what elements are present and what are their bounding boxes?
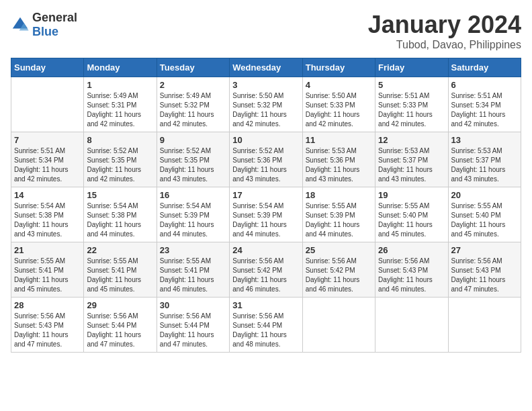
day-info: Sunrise: 5:55 AM Sunset: 5:39 PM Dayligh… bbox=[306, 201, 372, 239]
calendar-cell: 15Sunrise: 5:54 AM Sunset: 5:38 PM Dayli… bbox=[84, 187, 157, 242]
day-info: Sunrise: 5:53 AM Sunset: 5:37 PM Dayligh… bbox=[451, 146, 518, 184]
calendar-cell: 11Sunrise: 5:53 AM Sunset: 5:36 PM Dayli… bbox=[302, 132, 375, 187]
day-number: 26 bbox=[378, 245, 445, 255]
day-number: 11 bbox=[306, 135, 372, 145]
day-info: Sunrise: 5:53 AM Sunset: 5:37 PM Dayligh… bbox=[378, 146, 445, 184]
calendar-cell: 19Sunrise: 5:55 AM Sunset: 5:40 PM Dayli… bbox=[375, 187, 448, 242]
calendar-cell bbox=[302, 298, 375, 353]
day-info: Sunrise: 5:56 AM Sunset: 5:42 PM Dayligh… bbox=[306, 257, 372, 294]
calendar-cell bbox=[11, 77, 84, 132]
day-info: Sunrise: 5:54 AM Sunset: 5:38 PM Dayligh… bbox=[14, 201, 81, 239]
day-number: 17 bbox=[232, 190, 299, 200]
calendar-cell: 24Sunrise: 5:56 AM Sunset: 5:42 PM Dayli… bbox=[230, 242, 302, 298]
calendar-week-4: 21Sunrise: 5:55 AM Sunset: 5:41 PM Dayli… bbox=[11, 242, 521, 298]
day-info: Sunrise: 5:55 AM Sunset: 5:40 PM Dayligh… bbox=[378, 201, 445, 239]
day-info: Sunrise: 5:50 AM Sunset: 5:32 PM Dayligh… bbox=[232, 91, 299, 129]
day-number: 28 bbox=[14, 300, 81, 310]
day-number: 27 bbox=[451, 245, 518, 255]
day-number: 7 bbox=[14, 135, 81, 145]
calendar-cell: 22Sunrise: 5:55 AM Sunset: 5:41 PM Dayli… bbox=[84, 242, 157, 298]
calendar-cell: 16Sunrise: 5:54 AM Sunset: 5:39 PM Dayli… bbox=[157, 187, 229, 242]
calendar-cell: 18Sunrise: 5:55 AM Sunset: 5:39 PM Dayli… bbox=[302, 187, 375, 242]
day-header-friday: Friday bbox=[375, 58, 448, 77]
calendar-cell: 14Sunrise: 5:54 AM Sunset: 5:38 PM Dayli… bbox=[11, 187, 84, 242]
calendar-week-5: 28Sunrise: 5:56 AM Sunset: 5:43 PM Dayli… bbox=[11, 298, 521, 353]
day-number: 3 bbox=[232, 80, 299, 90]
day-header-tuesday: Tuesday bbox=[157, 58, 229, 77]
day-info: Sunrise: 5:49 AM Sunset: 5:32 PM Dayligh… bbox=[160, 91, 226, 129]
day-info: Sunrise: 5:51 AM Sunset: 5:34 PM Dayligh… bbox=[14, 146, 81, 184]
day-info: Sunrise: 5:55 AM Sunset: 5:41 PM Dayligh… bbox=[14, 257, 81, 294]
day-info: Sunrise: 5:54 AM Sunset: 5:39 PM Dayligh… bbox=[232, 201, 299, 239]
calendar-cell: 23Sunrise: 5:55 AM Sunset: 5:41 PM Dayli… bbox=[157, 242, 229, 298]
calendar-cell: 26Sunrise: 5:56 AM Sunset: 5:43 PM Dayli… bbox=[375, 242, 448, 298]
calendar-cell: 29Sunrise: 5:56 AM Sunset: 5:44 PM Dayli… bbox=[84, 298, 157, 353]
calendar-cell: 25Sunrise: 5:56 AM Sunset: 5:42 PM Dayli… bbox=[302, 242, 375, 298]
day-header-saturday: Saturday bbox=[448, 58, 521, 77]
day-number: 21 bbox=[14, 245, 81, 255]
header-row: SundayMondayTuesdayWednesdayThursdayFrid… bbox=[11, 58, 521, 77]
calendar-cell: 5Sunrise: 5:51 AM Sunset: 5:33 PM Daylig… bbox=[375, 77, 448, 132]
calendar-cell: 7Sunrise: 5:51 AM Sunset: 5:34 PM Daylig… bbox=[11, 132, 84, 187]
day-number: 5 bbox=[378, 80, 445, 90]
day-header-thursday: Thursday bbox=[302, 58, 375, 77]
day-number: 30 bbox=[160, 300, 226, 310]
day-info: Sunrise: 5:55 AM Sunset: 5:41 PM Dayligh… bbox=[87, 257, 153, 294]
day-number: 2 bbox=[160, 80, 226, 90]
day-info: Sunrise: 5:55 AM Sunset: 5:41 PM Dayligh… bbox=[160, 257, 226, 294]
day-info: Sunrise: 5:56 AM Sunset: 5:44 PM Dayligh… bbox=[160, 312, 226, 349]
calendar-cell: 20Sunrise: 5:55 AM Sunset: 5:40 PM Dayli… bbox=[448, 187, 521, 242]
calendar-cell: 4Sunrise: 5:50 AM Sunset: 5:33 PM Daylig… bbox=[302, 77, 375, 132]
calendar-week-3: 14Sunrise: 5:54 AM Sunset: 5:38 PM Dayli… bbox=[11, 187, 521, 242]
day-info: Sunrise: 5:51 AM Sunset: 5:34 PM Dayligh… bbox=[451, 91, 518, 129]
day-number: 9 bbox=[160, 135, 226, 145]
day-header-wednesday: Wednesday bbox=[230, 58, 302, 77]
day-number: 23 bbox=[160, 245, 226, 255]
day-info: Sunrise: 5:50 AM Sunset: 5:33 PM Dayligh… bbox=[306, 91, 372, 129]
logo-text-general: General bbox=[32, 11, 77, 24]
day-number: 4 bbox=[306, 80, 372, 90]
calendar-week-2: 7Sunrise: 5:51 AM Sunset: 5:34 PM Daylig… bbox=[11, 132, 521, 187]
calendar-cell: 28Sunrise: 5:56 AM Sunset: 5:43 PM Dayli… bbox=[11, 298, 84, 353]
logo: General Blue bbox=[11, 11, 77, 39]
day-number: 18 bbox=[306, 190, 372, 200]
day-number: 1 bbox=[87, 80, 153, 90]
calendar-cell: 17Sunrise: 5:54 AM Sunset: 5:39 PM Dayli… bbox=[230, 187, 302, 242]
calendar-cell: 6Sunrise: 5:51 AM Sunset: 5:34 PM Daylig… bbox=[448, 77, 521, 132]
day-number: 14 bbox=[14, 190, 81, 200]
day-info: Sunrise: 5:53 AM Sunset: 5:36 PM Dayligh… bbox=[306, 146, 372, 184]
calendar-cell bbox=[448, 298, 521, 353]
calendar-cell: 8Sunrise: 5:52 AM Sunset: 5:35 PM Daylig… bbox=[84, 132, 157, 187]
calendar-cell: 21Sunrise: 5:55 AM Sunset: 5:41 PM Dayli… bbox=[11, 242, 84, 298]
day-info: Sunrise: 5:51 AM Sunset: 5:33 PM Dayligh… bbox=[378, 91, 445, 129]
logo-text-blue: Blue bbox=[32, 25, 58, 38]
day-number: 31 bbox=[232, 300, 299, 310]
day-info: Sunrise: 5:56 AM Sunset: 5:44 PM Dayligh… bbox=[87, 312, 153, 349]
day-number: 13 bbox=[451, 135, 518, 145]
day-info: Sunrise: 5:56 AM Sunset: 5:43 PM Dayligh… bbox=[378, 257, 445, 294]
day-info: Sunrise: 5:56 AM Sunset: 5:42 PM Dayligh… bbox=[232, 257, 299, 294]
day-info: Sunrise: 5:54 AM Sunset: 5:38 PM Dayligh… bbox=[87, 201, 153, 239]
day-info: Sunrise: 5:54 AM Sunset: 5:39 PM Dayligh… bbox=[160, 201, 226, 239]
day-number: 22 bbox=[87, 245, 153, 255]
day-header-monday: Monday bbox=[84, 58, 157, 77]
day-header-sunday: Sunday bbox=[11, 58, 84, 77]
calendar-cell: 3Sunrise: 5:50 AM Sunset: 5:32 PM Daylig… bbox=[230, 77, 302, 132]
calendar-cell: 13Sunrise: 5:53 AM Sunset: 5:37 PM Dayli… bbox=[448, 132, 521, 187]
day-number: 12 bbox=[378, 135, 445, 145]
day-info: Sunrise: 5:56 AM Sunset: 5:43 PM Dayligh… bbox=[14, 312, 81, 349]
header: General Blue January 2024 Tubod, Davao, … bbox=[11, 11, 521, 51]
day-info: Sunrise: 5:52 AM Sunset: 5:35 PM Dayligh… bbox=[87, 146, 153, 184]
day-number: 20 bbox=[451, 190, 518, 200]
calendar-cell: 9Sunrise: 5:52 AM Sunset: 5:35 PM Daylig… bbox=[157, 132, 229, 187]
title-area: January 2024 Tubod, Davao, Philippines bbox=[368, 11, 521, 51]
day-info: Sunrise: 5:56 AM Sunset: 5:43 PM Dayligh… bbox=[451, 257, 518, 294]
day-info: Sunrise: 5:55 AM Sunset: 5:40 PM Dayligh… bbox=[451, 201, 518, 239]
calendar-cell: 12Sunrise: 5:53 AM Sunset: 5:37 PM Dayli… bbox=[375, 132, 448, 187]
day-number: 29 bbox=[87, 300, 153, 310]
calendar-table: SundayMondayTuesdayWednesdayThursdayFrid… bbox=[11, 58, 521, 353]
day-number: 24 bbox=[232, 245, 299, 255]
day-number: 19 bbox=[378, 190, 445, 200]
day-info: Sunrise: 5:49 AM Sunset: 5:31 PM Dayligh… bbox=[87, 91, 153, 129]
location-subtitle: Tubod, Davao, Philippines bbox=[368, 39, 521, 51]
